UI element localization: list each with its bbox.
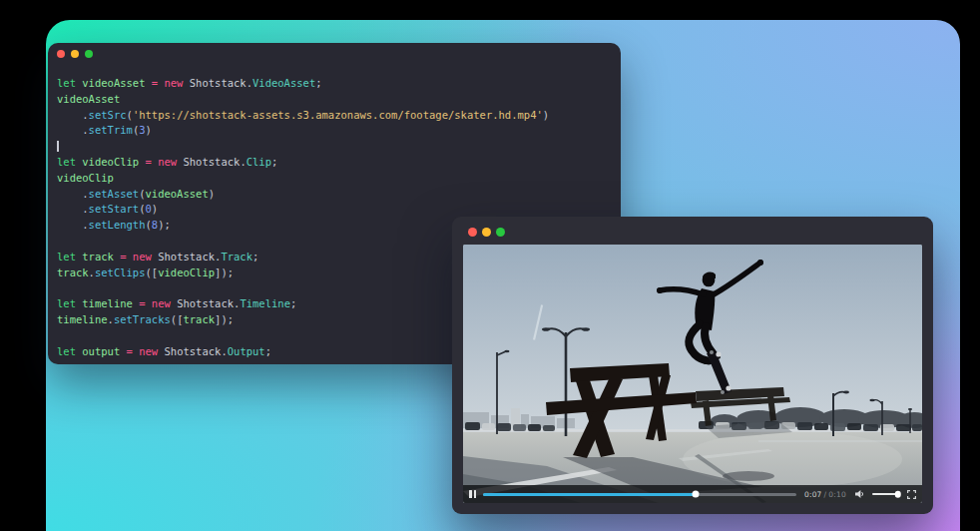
speaker-icon[interactable]	[854, 489, 865, 499]
fullscreen-icon[interactable]	[907, 490, 916, 499]
code-line: let videoAsset = new Shotstack.VideoAsse…	[57, 76, 615, 92]
time-separator: /	[824, 490, 827, 499]
progress-bar[interactable]	[483, 493, 796, 496]
zoom-window-icon[interactable]	[85, 50, 93, 58]
lot-line-distant	[758, 440, 922, 442]
zoom-window-icon[interactable]	[496, 228, 505, 237]
code-line: .setSrc('https://shotstack-assets.s3.ama…	[57, 108, 615, 124]
hero-graphic: let videoAsset = new Shotstack.VideoAsse…	[0, 0, 980, 531]
minimize-window-icon[interactable]	[71, 50, 79, 58]
window-traffic-lights	[57, 50, 93, 58]
time-current: 0:07	[804, 490, 822, 499]
code-line: .setTrim(3)	[57, 123, 615, 139]
code-line: videoClip	[57, 171, 615, 187]
pause-icon[interactable]	[469, 490, 476, 498]
volume-handle[interactable]	[895, 491, 902, 498]
code-line	[57, 139, 615, 155]
close-window-icon[interactable]	[57, 50, 65, 58]
text-cursor	[57, 141, 59, 152]
skater-video-frame	[463, 245, 922, 503]
video-player-window: 0:07/0:10	[452, 217, 933, 514]
volume-slider[interactable]	[872, 493, 900, 495]
code-line: videoAsset	[57, 92, 615, 108]
time-display: 0:07/0:10	[803, 490, 847, 499]
time-duration: 0:10	[828, 490, 846, 499]
progress-fill	[483, 493, 696, 496]
video-controls-bar: 0:07/0:10	[463, 485, 922, 503]
video-viewport[interactable]: 0:07/0:10	[463, 245, 922, 503]
skater-shadow	[723, 471, 774, 481]
code-line: .setStart(0)	[57, 202, 615, 218]
window-traffic-lights	[468, 228, 505, 237]
minimize-window-icon[interactable]	[482, 228, 491, 237]
code-line: .setAsset(videoAsset)	[57, 187, 615, 203]
code-line: let videoClip = new Shotstack.Clip;	[57, 155, 615, 171]
progress-handle[interactable]	[693, 491, 700, 498]
close-window-icon[interactable]	[468, 228, 477, 237]
